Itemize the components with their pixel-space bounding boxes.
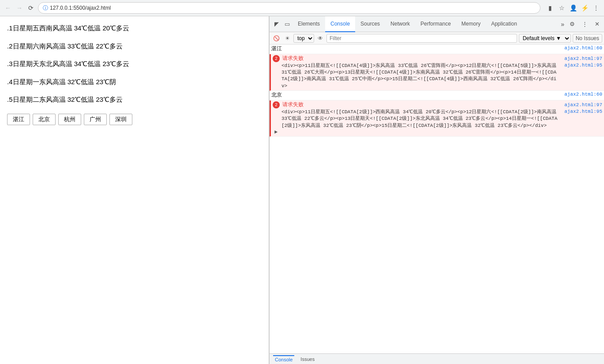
- error-count-2: 2: [273, 101, 280, 108]
- city-btn-深圳[interactable]: 深圳: [109, 114, 132, 125]
- error-link-1b[interactable]: ajax2.html:95: [564, 63, 602, 68]
- error-row-1: 2 请求失败 ajax2.html:97: [273, 55, 602, 63]
- back-button[interactable]: ←: [4, 4, 12, 12]
- profile-icon[interactable]: 👤: [569, 4, 578, 12]
- beijing-text: 北京: [271, 92, 559, 99]
- weather-item-3: .3日星期天东北风高温 34℃低温 23℃多云: [7, 59, 262, 69]
- devtools-tab-sources[interactable]: Sources: [355, 16, 385, 32]
- weather-item-2: .2日星期六南风高温 33℃低温 22℃多云: [7, 41, 262, 52]
- error-link-1a[interactable]: ajax2.html:97: [564, 56, 602, 61]
- city-btn-杭州[interactable]: 杭州: [58, 114, 81, 125]
- bottom-tab-issues[interactable]: Issues: [299, 356, 316, 363]
- error-link-2b[interactable]: ajax2.html:95: [564, 109, 602, 114]
- expand-arrow[interactable]: ►: [273, 129, 602, 135]
- address-bar[interactable]: ⓘ 127.0.0.1:5500/ajax2.html: [38, 2, 540, 14]
- menu-icon[interactable]: ⋮: [592, 4, 600, 12]
- error-text-1: 请求失败: [282, 55, 560, 63]
- page-content: .1日星期五西南风高温 34℃低温 20℃多云 .2日星期六南风高温 33℃低温…: [0, 16, 269, 364]
- error-row-2: 2 请求失败 ajax2.html:97: [273, 101, 602, 109]
- console-clear-btn[interactable]: 🚫: [271, 33, 281, 43]
- error-count-1: 2: [273, 55, 280, 62]
- console-filter-btn[interactable]: ☀: [283, 33, 292, 43]
- weather-item-5: .5日星期二东风高温 32℃低温 23℃多云: [7, 95, 262, 105]
- console-bottom-bar: Console Issues: [270, 353, 604, 364]
- browser-toolbar: ← → ⟳ ⓘ 127.0.0.1:5500/ajax2.html ▮ ☆ 👤 …: [0, 0, 604, 16]
- console-entry-header: 湛江 ajax2.html:60: [271, 45, 602, 53]
- error-detail-text-1: <div><p>11日星期五<![[CDATA[4级]]>东风高温 33℃低温 …: [281, 63, 559, 90]
- console-entry-error-2: 2 请求失败 ajax2.html:97 <div><p>11日星期五<![[C…: [270, 100, 604, 137]
- devtools-tabs: ElementsConsoleSourcesNetworkPerformance…: [293, 16, 558, 32]
- main-area: .1日星期五西南风高温 34℃低温 20℃多云 .2日星期六南风高温 33℃低温…: [0, 16, 604, 364]
- city-btn-广州[interactable]: 广州: [84, 114, 107, 125]
- console-context-select[interactable]: top: [293, 34, 314, 43]
- city-buttons: 湛江北京杭州广州深圳: [7, 114, 262, 125]
- zhanjiang-text: 湛江: [271, 45, 559, 53]
- error-text-2: 请求失败: [282, 101, 560, 109]
- beijing-link[interactable]: ajax2.html:60: [564, 92, 602, 97]
- extensions-icon[interactable]: ⚡: [580, 4, 589, 12]
- error-detail-text-2: <div><p>11日星期五<![[CDATA[2级]]>西南风高温 34℃低温…: [281, 109, 559, 129]
- console-output: 湛江 ajax2.html:60 2 请求失败 ajax2.html:97 <d…: [270, 45, 604, 353]
- bottom-tab-console[interactable]: Console: [273, 355, 294, 363]
- devtools-more-options-icon[interactable]: ⋮: [579, 19, 590, 30]
- devtools-tab-memory[interactable]: Memory: [456, 16, 486, 32]
- browser-toolbar-right: ▮ ☆ 👤 ⚡ ⋮: [546, 4, 600, 12]
- error-detail-row-1: <div><p>11日星期五<![[CDATA[4级]]>东风高温 33℃低温 …: [273, 63, 602, 90]
- devtools-tab-console[interactable]: Console: [325, 16, 355, 32]
- bookmark-icon[interactable]: ☆: [557, 4, 566, 12]
- console-entry-error-1: 2 请求失败 ajax2.html:97 <div><p>11日星期五<![[C…: [270, 54, 604, 91]
- devtools-tab-performance[interactable]: Performance: [415, 16, 456, 32]
- devtools-settings-bar: ⚙ ⋮ ✕: [567, 19, 602, 30]
- devtools-close-icon[interactable]: ✕: [592, 19, 602, 30]
- devtools-secondary-toolbar: 🚫 ☀ top 👁 Default levels ▼ No Issues: [270, 32, 604, 45]
- console-entry-zhanjiang-label: 湛江 ajax2.html:60: [270, 45, 604, 54]
- reload-button[interactable]: ⟳: [26, 4, 35, 12]
- error-detail-row-2: <div><p>11日星期五<![[CDATA[2级]]>西南风高温 34℃低温…: [273, 109, 602, 129]
- console-levels-select[interactable]: Default levels ▼: [519, 34, 571, 43]
- devtools-more-tabs[interactable]: »: [558, 21, 567, 28]
- devtools-mobile-icon[interactable]: ▭: [282, 19, 293, 30]
- console-filter-input[interactable]: [326, 34, 517, 43]
- cast-icon[interactable]: ▮: [546, 4, 555, 12]
- console-entry-beijing-label: 北京 ajax2.html:60: [270, 91, 604, 100]
- beijing-entry-header: 北京 ajax2.html:60: [271, 92, 602, 99]
- weather-item-4: .4日星期一东风高温 32℃低温 23℃阴: [7, 77, 262, 87]
- devtools-settings-icon[interactable]: ⚙: [567, 19, 578, 30]
- no-issues-badge[interactable]: No Issues: [573, 34, 602, 43]
- city-btn-北京[interactable]: 北京: [33, 114, 56, 125]
- devtools-panel: ◤ ▭ ElementsConsoleSourcesNetworkPerform…: [269, 16, 604, 364]
- devtools-topbar: ◤ ▭ ElementsConsoleSourcesNetworkPerform…: [270, 16, 604, 32]
- error-link-2a[interactable]: ajax2.html:97: [564, 102, 602, 108]
- browser-chrome: ← → ⟳ ⓘ 127.0.0.1:5500/ajax2.html ▮ ☆ 👤 …: [0, 0, 604, 16]
- devtools-tab-application[interactable]: Application: [486, 16, 522, 32]
- zhanjiang-link[interactable]: ajax2.html:60: [564, 45, 602, 51]
- city-btn-湛江[interactable]: 湛江: [7, 114, 30, 125]
- weather-item-1: .1日星期五西南风高温 34℃低温 20℃多云: [7, 23, 262, 33]
- address-text: 127.0.0.1:5500/ajax2.html: [50, 5, 111, 11]
- devtools-dock-icon[interactable]: ◤: [271, 19, 282, 30]
- devtools-tab-network[interactable]: Network: [385, 16, 415, 32]
- info-icon: ⓘ: [43, 4, 48, 12]
- forward-button[interactable]: →: [15, 4, 24, 12]
- devtools-tab-elements[interactable]: Elements: [293, 16, 325, 32]
- console-eye-btn[interactable]: 👁: [316, 33, 325, 43]
